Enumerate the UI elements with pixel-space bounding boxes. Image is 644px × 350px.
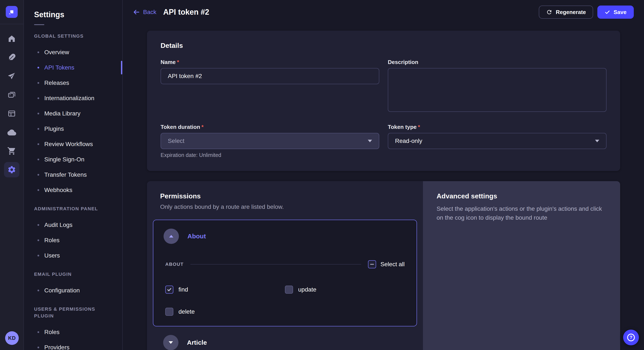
delete-checkbox[interactable] <box>165 308 173 316</box>
permissions-card: Permissions Only actions bound by a rout… <box>147 181 620 350</box>
app-root: KD Settings GLOBAL SETTINGS Overview API… <box>0 0 644 350</box>
sidebar-item-overview[interactable]: Overview <box>24 45 122 60</box>
releases-icon[interactable] <box>0 67 24 85</box>
chevron-up-icon <box>169 235 173 237</box>
bullet-icon <box>38 159 39 160</box>
sidebar-item-label: Roles <box>44 329 60 336</box>
cloud-icon[interactable] <box>0 123 24 142</box>
label-text: Description <box>388 59 418 65</box>
sidebar-item-users[interactable]: Users <box>24 248 122 263</box>
select-all-control[interactable]: Select all <box>368 260 405 268</box>
chevron-down-icon <box>595 140 599 142</box>
update-checkbox[interactable] <box>285 286 293 294</box>
sidebar-item-label: Roles <box>44 237 60 244</box>
token-type-label: Token type* <box>388 124 606 130</box>
section-label: GLOBAL SETTINGS <box>24 33 122 39</box>
name-field: Name* <box>160 59 379 114</box>
token-type-select[interactable]: Read-only <box>388 133 606 149</box>
about-subsection-row: ABOUT Select all <box>165 260 405 269</box>
expand-button[interactable] <box>163 335 178 350</box>
sidebar-section-users-permissions-plugin: USERS & PERMISSIONS PLUGIN Roles Provide… <box>24 306 122 350</box>
sidebar-item-plugins[interactable]: Plugins <box>24 121 122 137</box>
label-text: Name <box>160 59 176 65</box>
permission-label: find <box>178 286 188 293</box>
sidebar-item-label: Configuration <box>44 287 80 294</box>
content-type-builder-icon[interactable] <box>0 104 24 123</box>
description-textarea[interactable] <box>388 68 606 112</box>
header-actions: Regenerate Save <box>539 5 634 19</box>
strapi-logo[interactable] <box>6 6 18 18</box>
regenerate-label: Regenerate <box>556 9 586 15</box>
accordion-article-header[interactable]: Article <box>153 335 417 350</box>
sidebar-item-transfer-tokens[interactable]: Transfer Tokens <box>24 167 122 182</box>
permission-update[interactable]: update <box>285 286 405 294</box>
sidebar-item-configuration[interactable]: Configuration <box>24 283 122 298</box>
select-all-checkbox[interactable] <box>368 260 376 268</box>
page-header: Back API token #2 Regenerate Save <box>123 0 644 24</box>
sidebar-item-label: Media Library <box>44 110 80 117</box>
accordion-about-header[interactable]: About <box>153 220 416 252</box>
select-all-label: Select all <box>380 261 405 268</box>
bullet-icon <box>38 82 39 84</box>
bullet-icon <box>38 331 39 333</box>
sidebar-item-webhooks[interactable]: Webhooks <box>24 182 122 198</box>
sidebar-item-review-workflows[interactable]: Review Workflows <box>24 137 122 152</box>
sidebar-item-releases[interactable]: Releases <box>24 75 122 91</box>
required-mark: * <box>418 124 420 130</box>
sidebar-item-admin-roles[interactable]: Roles <box>24 233 122 248</box>
permission-delete[interactable]: delete <box>165 308 285 316</box>
sidebar-item-internationalization[interactable]: Internationalization <box>24 91 122 106</box>
sidebar-item-label: Single Sign-On <box>44 156 84 163</box>
permissions-panel: Permissions Only actions bound by a rout… <box>147 181 423 350</box>
section-label: EMAIL PLUGIN <box>24 271 122 278</box>
accordion-about-title: About <box>188 233 206 240</box>
permission-label: update <box>298 286 316 293</box>
marketplace-icon[interactable] <box>0 142 24 160</box>
help-button[interactable]: ? <box>623 330 639 345</box>
sidebar-item-media-library[interactable]: Media Library <box>24 106 122 121</box>
back-button[interactable]: Back <box>133 9 156 15</box>
collapse-button[interactable] <box>164 229 179 244</box>
bullet-icon <box>38 347 39 348</box>
label-text: Token duration <box>160 124 200 130</box>
back-label: Back <box>143 9 156 15</box>
sidebar-item-single-sign-on[interactable]: Single Sign-On <box>24 152 122 167</box>
about-subsection-label: ABOUT <box>165 262 184 267</box>
bullet-icon <box>38 113 39 114</box>
section-label: ADMINISTRATION PANEL <box>24 205 122 212</box>
media-library-icon[interactable] <box>0 85 24 104</box>
back-arrow-icon <box>133 9 140 15</box>
sidebar-item-api-tokens[interactable]: API Tokens <box>24 60 122 75</box>
settings-active-background <box>4 162 20 177</box>
advanced-settings-panel: Advanced settings Select the application… <box>423 181 620 350</box>
user-avatar[interactable]: KD <box>5 331 19 345</box>
permission-find[interactable]: find <box>165 286 285 294</box>
logo-area <box>0 0 24 24</box>
content-manager-icon[interactable] <box>0 48 24 67</box>
bullet-icon <box>38 174 39 176</box>
main-content: Back API token #2 Regenerate Save <box>123 0 644 350</box>
bullet-icon <box>38 51 39 53</box>
settings-icon[interactable] <box>0 160 24 179</box>
permissions-heading: Permissions <box>147 192 423 200</box>
sidebar-item-label: Overview <box>44 49 69 56</box>
regenerate-button[interactable]: Regenerate <box>539 5 593 19</box>
label-text: Token type <box>388 124 416 130</box>
home-icon[interactable] <box>0 29 24 48</box>
help-icon: ? <box>627 334 635 341</box>
find-checkbox[interactable] <box>165 286 173 294</box>
sidebar-item-label: Webhooks <box>44 187 72 193</box>
advanced-settings-heading: Advanced settings <box>436 192 606 200</box>
active-item-indicator <box>121 61 122 74</box>
details-card: Details Name* Description <box>147 31 620 171</box>
sidebar-item-label: Internationalization <box>44 95 94 102</box>
sidebar-item-audit-logs[interactable]: Audit Logs <box>24 217 122 233</box>
select-placeholder: Select <box>168 138 184 144</box>
sidebar-item-up-roles[interactable]: Roles <box>24 325 122 340</box>
token-duration-select[interactable]: Select <box>160 133 379 149</box>
sidebar-item-label: Plugins <box>44 126 64 132</box>
name-input[interactable] <box>160 68 379 84</box>
sidebar-item-providers[interactable]: Providers <box>24 340 122 350</box>
subsection-divider <box>190 264 361 265</box>
save-button[interactable]: Save <box>597 5 634 19</box>
